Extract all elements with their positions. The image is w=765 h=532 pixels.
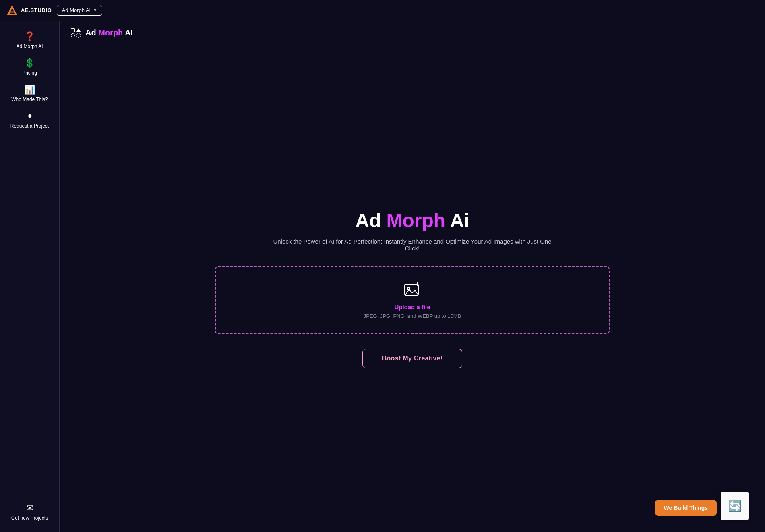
svg-point-4 — [407, 287, 410, 290]
recaptcha-widget[interactable]: 🔄 — [721, 492, 749, 520]
sidebar-item-who-made-this-label: Who Made This? — [11, 97, 48, 102]
page-title-morph: Morph — [98, 28, 123, 37]
sidebar: ❓ Ad Morph AI 💲 Pricing 📊 Who Made This?… — [0, 21, 60, 532]
content-area: Ad Morph AI Ad Morph Ai Unlock the Power… — [60, 21, 765, 532]
recaptcha-icon: 🔄 — [728, 499, 742, 513]
ae-studio-logo-icon — [6, 5, 18, 16]
sidebar-item-request-project-label: Request a Project — [10, 123, 49, 129]
sidebar-item-who-made-this[interactable]: 📊 Who Made This? — [0, 81, 59, 107]
main-layout: ❓ Ad Morph AI 💲 Pricing 📊 Who Made This?… — [0, 21, 765, 532]
chart-icon: 📊 — [24, 85, 35, 94]
header-icon-shapes — [71, 28, 81, 37]
hero-subtitle: Unlock the Power of AI for Ad Perfection… — [271, 238, 553, 252]
email-icon: ✉ — [26, 504, 33, 513]
header-icon-square — [71, 28, 75, 32]
header-icon-triangle — [76, 28, 81, 32]
upload-area[interactable]: Upload a file JPEG, JPG, PNG, and WEBP u… — [215, 266, 610, 334]
sidebar-item-ad-morph-ai-label: Ad Morph AI — [16, 43, 43, 49]
header-icon-circle — [71, 33, 75, 37]
sidebar-item-pricing-label: Pricing — [22, 70, 37, 76]
question-icon: ❓ — [24, 32, 35, 41]
sidebar-item-request-project[interactable]: ✦ Request a Project — [0, 107, 59, 134]
sidebar-item-get-new-projects-label: Get new Projects — [11, 515, 48, 521]
page-header: Ad Morph AI — [60, 21, 765, 45]
sidebar-item-ad-morph-ai[interactable]: ❓ Ad Morph AI — [0, 27, 59, 54]
sparkles-icon: ✦ — [26, 112, 33, 121]
sidebar-item-get-new-projects[interactable]: ✉ Get new Projects — [0, 499, 59, 526]
content-body: Ad Morph Ai Unlock the Power of AI for A… — [60, 45, 765, 532]
page-title: Ad Morph AI — [85, 28, 133, 37]
topbar-dropdown-label: Ad Morph AI — [62, 7, 91, 13]
hero-title-ad: Ad — [355, 210, 381, 231]
svg-line-2 — [9, 6, 12, 14]
topbar-logo[interactable]: AE.STUDIO — [6, 5, 52, 16]
upload-label[interactable]: Upload a file — [394, 304, 430, 311]
hero-title-morph: Morph — [387, 210, 446, 231]
dollar-icon: 💲 — [24, 59, 35, 68]
we-build-things-badge[interactable]: We Build Things — [655, 500, 717, 516]
sidebar-bottom: ✉ Get new Projects — [0, 499, 59, 526]
sidebar-item-pricing[interactable]: 💲 Pricing — [0, 54, 59, 81]
topbar-app-dropdown[interactable]: Ad Morph AI ▼ — [57, 5, 102, 16]
hero-title: Ad Morph Ai — [355, 209, 469, 232]
hero-title-ai: Ai — [450, 210, 469, 231]
upload-hint: JPEG, JPG, PNG, and WEBP up to 10MB — [364, 313, 461, 319]
topbar-studio-name: AE.STUDIO — [21, 7, 52, 13]
boost-button[interactable]: Boost My Creative! — [362, 349, 463, 368]
chevron-down-icon: ▼ — [93, 8, 97, 12]
topbar: AE.STUDIO Ad Morph AI ▼ — [0, 0, 765, 21]
page-title-ad: Ad — [85, 28, 96, 37]
page-title-ai: AI — [125, 28, 133, 37]
header-icon-diamond — [76, 33, 81, 38]
upload-icon — [404, 282, 420, 300]
